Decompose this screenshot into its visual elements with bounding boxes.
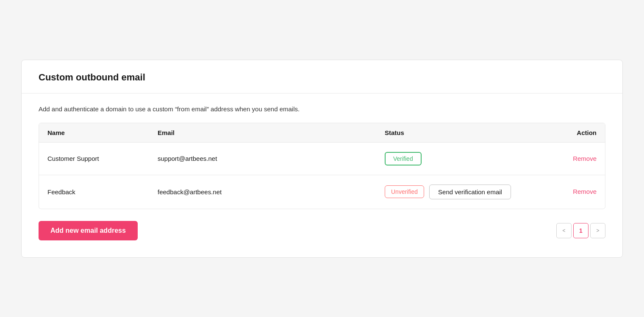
email-table: Name Email Status Action Customer Suppor… (39, 123, 605, 209)
chevron-left-icon: < (562, 228, 565, 234)
col-status: Status (385, 129, 512, 136)
remove-button[interactable]: Remove (573, 155, 597, 162)
row-1-status-cell: Verified (385, 152, 512, 165)
pagination: < 1 > (556, 223, 605, 238)
send-verification-button[interactable]: Send verification email (429, 185, 511, 199)
pagination-prev-button[interactable]: < (556, 223, 572, 238)
col-email: Email (158, 129, 385, 136)
row-2-action-cell: Remove (512, 188, 597, 196)
chevron-right-icon: > (596, 228, 599, 234)
description-text: Add and authenticate a domain to use a c… (39, 105, 605, 113)
card-header: Custom outbound email (22, 60, 622, 94)
row-1-email: support@artbees.net (158, 155, 385, 162)
table-header-row: Name Email Status Action (39, 123, 605, 143)
verified-badge: Verified (385, 152, 422, 165)
col-name: Name (47, 129, 158, 136)
row-1-name: Customer Support (47, 155, 158, 162)
pagination-page-1-button[interactable]: 1 (573, 223, 588, 238)
card-footer: Add new email address < 1 > (39, 221, 605, 244)
custom-outbound-email-card: Custom outbound email Add and authentica… (21, 60, 623, 258)
table-row: Feedback feedback@artbees.net Unverified… (39, 175, 605, 209)
row-2-email: feedback@artbees.net (158, 188, 385, 196)
row-2-status-cell: Unverified Send verification email (385, 185, 512, 199)
col-action: Action (512, 129, 597, 136)
unverified-badge: Unverified (385, 185, 424, 198)
pagination-next-button[interactable]: > (590, 223, 605, 238)
table-row: Customer Support support@artbees.net Ver… (39, 143, 605, 175)
card-title: Custom outbound email (39, 72, 605, 83)
row-1-action-cell: Remove (512, 155, 597, 163)
add-email-button[interactable]: Add new email address (39, 221, 138, 240)
card-body: Add and authenticate a domain to use a c… (22, 94, 622, 257)
row-2-name: Feedback (47, 188, 158, 196)
remove-button[interactable]: Remove (573, 188, 597, 195)
